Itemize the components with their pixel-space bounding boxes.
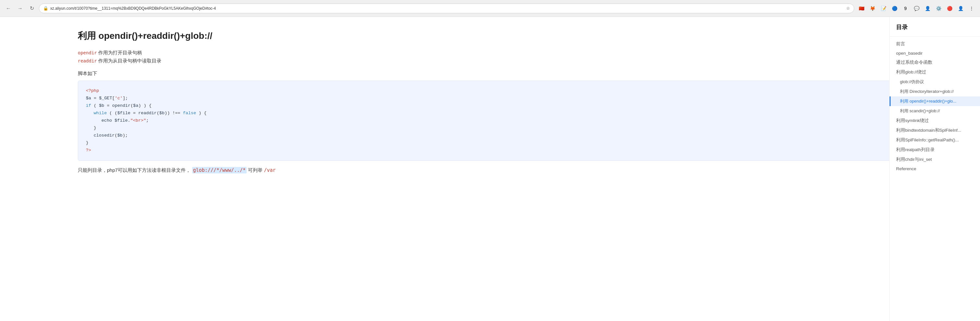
browser-chrome: ← → ↻ 🔒 xz.aliyun.com/t/10070?time__1311… bbox=[0, 0, 980, 17]
main-content: 利用 opendir()+readdir()+glob:// opendir 作… bbox=[0, 17, 980, 321]
extension-icon-1[interactable]: 🇨🇳 bbox=[857, 4, 866, 13]
section-label: 脚本如下 bbox=[78, 71, 961, 77]
url-text: xz.aliyun.com/t/10070?time__1311=mq%2BxB… bbox=[50, 6, 844, 11]
toc-item-10[interactable]: 利用SplFileInfo::getRealPath()... bbox=[889, 135, 980, 145]
toc-sidebar: 目录 前言open_basedir通过系统命令函数利用glob://绕过glob… bbox=[889, 17, 980, 321]
extension-icon-4[interactable]: 🔵 bbox=[890, 4, 899, 13]
code-line-4: while ( ($file = readdir($b)) !== false … bbox=[86, 110, 953, 117]
extension-icon-6[interactable]: 💬 bbox=[912, 4, 921, 13]
readdir-keyword: readdir bbox=[78, 58, 97, 63]
code-block: <?php $a = $_GET['c']; if ( $b = opendir… bbox=[78, 81, 961, 161]
extension-icon-7[interactable]: 👤 bbox=[923, 4, 932, 13]
extension-icon-3[interactable]: 📝 bbox=[879, 4, 888, 13]
toc-item-3[interactable]: 利用glob://绕过 bbox=[889, 67, 980, 77]
star-icon[interactable]: ☆ bbox=[846, 6, 850, 11]
code-line-1: <?php bbox=[86, 87, 953, 95]
glob-highlight: glob:///*/www/../* bbox=[192, 167, 247, 174]
menu-icon[interactable]: ⋮ bbox=[967, 4, 976, 13]
extension-icon-2[interactable]: 🦊 bbox=[868, 4, 877, 13]
opendir-desc: 作用为打开目录句柄 bbox=[98, 50, 142, 55]
bottom-text: 只能列目录，php7可以用如下方法读非根目录文件， glob:///*/www/… bbox=[78, 167, 961, 174]
toc-item-13[interactable]: Reference bbox=[889, 164, 980, 173]
bottom-text-between: 可列举 bbox=[248, 167, 264, 173]
code-line-6: } bbox=[86, 125, 953, 132]
readdir-desc: 作用为从目录句柄中读取目录 bbox=[98, 58, 161, 63]
toc-items-container: 前言open_basedir通过系统命令函数利用glob://绕过glob://… bbox=[889, 39, 980, 173]
toc-item-5[interactable]: 利用 DirectoryIterator+glob:// bbox=[889, 87, 980, 96]
extension-icon-9[interactable]: 🔴 bbox=[945, 4, 954, 13]
bottom-text-before: 只能列目录，php7可以用如下方法读非根目录文件， bbox=[78, 167, 191, 173]
browser-toolbar: 🇨🇳 🦊 📝 🔵 9 💬 👤 ⚙️ 🔴 👤 ⋮ bbox=[857, 4, 976, 13]
toc-item-4[interactable]: glob://伪协议 bbox=[889, 77, 980, 87]
code-line-8: } bbox=[86, 139, 953, 147]
code-line-2: $a = $_GET['c']; bbox=[86, 95, 953, 102]
page-wrapper: 利用 opendir()+readdir()+glob:// opendir 作… bbox=[0, 17, 980, 321]
toc-item-8[interactable]: 利用symlink绕过 bbox=[889, 116, 980, 126]
toc-item-12[interactable]: 利用chdir与ini_set bbox=[889, 155, 980, 164]
toc-item-2[interactable]: 通过系统命令函数 bbox=[889, 58, 980, 67]
back-button[interactable]: ← bbox=[4, 4, 13, 13]
refresh-button[interactable]: ↻ bbox=[27, 4, 36, 13]
profile-icon[interactable]: 👤 bbox=[956, 4, 965, 13]
readdir-line: readdir 作用为从目录句柄中读取目录 bbox=[78, 58, 961, 64]
toc-item-11[interactable]: 利用realpath列目录 bbox=[889, 145, 980, 155]
extension-icon-5[interactable]: 9 bbox=[901, 4, 910, 13]
lock-icon: 🔒 bbox=[43, 6, 48, 11]
opendir-line: opendir 作用为打开目录句柄 bbox=[78, 50, 961, 56]
forward-button[interactable]: → bbox=[16, 4, 25, 13]
toc-item-0[interactable]: 前言 bbox=[889, 39, 980, 49]
article-title: 利用 opendir()+readdir()+glob:// bbox=[78, 30, 961, 42]
code-line-9: ?> bbox=[86, 147, 953, 154]
address-bar[interactable]: 🔒 xz.aliyun.com/t/10070?time__1311=mq%2B… bbox=[39, 3, 854, 13]
var-highlight: /var bbox=[264, 167, 275, 173]
code-line-5: echo $file."<br>"; bbox=[86, 117, 953, 125]
toc-item-9[interactable]: 利用bindtextdomain和SplFileInf... bbox=[889, 126, 980, 135]
toc-title: 目录 bbox=[889, 23, 980, 36]
code-line-3: if ( $b = opendir($a) ) { bbox=[86, 102, 953, 110]
toc-item-6[interactable]: 利用 opendir()+readdir()+glo... bbox=[889, 96, 980, 106]
extension-icon-8[interactable]: ⚙️ bbox=[934, 4, 943, 13]
toc-item-7[interactable]: 利用 scandir()+glob:// bbox=[889, 106, 980, 116]
code-line-7: closedir($b); bbox=[86, 132, 953, 139]
opendir-keyword: opendir bbox=[78, 50, 97, 55]
toc-item-1[interactable]: open_basedir bbox=[889, 49, 980, 58]
